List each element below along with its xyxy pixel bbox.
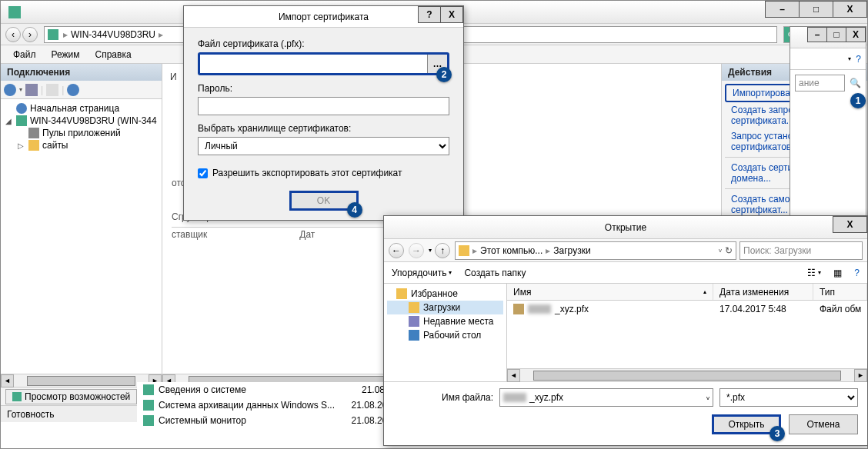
pfx-icon xyxy=(513,304,524,314)
side-search-box[interactable]: ание xyxy=(795,75,845,91)
server-node-icon xyxy=(16,115,27,126)
side-max[interactable]: □ xyxy=(826,27,846,42)
tree-app-pools[interactable]: Пулы приложений xyxy=(4,127,159,139)
password-input[interactable] xyxy=(198,97,449,115)
allow-export-checkbox[interactable] xyxy=(198,168,208,178)
menu-mode[interactable]: Режим xyxy=(44,48,88,62)
list-item[interactable]: Системный монитор21.08.201 xyxy=(137,413,399,428)
globe-icon xyxy=(16,103,27,114)
menu-file[interactable]: Файл xyxy=(5,48,44,62)
folder-icon xyxy=(409,302,419,313)
side-help-icon[interactable]: ? xyxy=(856,54,861,65)
address-text: WIN-344VU98D3RU xyxy=(71,29,155,40)
file-open-dialog: Открытие X ← → ▾ ↑ ▸ Этот компью... ▸ За… xyxy=(383,215,868,446)
filelist-scrollbar[interactable]: ◄► xyxy=(507,368,867,381)
import-dialog-title: Импорт сертификата ? X xyxy=(184,6,463,28)
center-letter: И xyxy=(170,72,177,82)
perfmon-icon xyxy=(143,415,154,426)
filter-select[interactable]: *.pfx xyxy=(719,388,858,407)
col-date[interactable]: Дат xyxy=(299,229,315,240)
ok-button[interactable]: OK 4 xyxy=(289,191,359,211)
nav-desktop[interactable]: Рабочий стол xyxy=(387,328,503,342)
tree-server[interactable]: ◢WIN-344VU98D3RU (WIN-344 xyxy=(4,115,159,127)
star-icon xyxy=(396,288,407,299)
nav-favorites[interactable]: Избранное xyxy=(387,287,503,301)
tab-features[interactable]: Просмотр возможностей xyxy=(5,389,137,404)
new-folder-button[interactable]: Создать папку xyxy=(464,268,526,278)
open-close-button[interactable]: X xyxy=(833,216,867,233)
blurred-prefix xyxy=(528,304,551,314)
import-help-button[interactable]: ? xyxy=(418,6,441,23)
desktop-icon xyxy=(409,330,419,341)
tree-sites[interactable]: ▷сайты xyxy=(4,139,159,151)
connect-icon[interactable] xyxy=(4,84,16,96)
side-close[interactable]: X xyxy=(846,27,866,42)
list-item[interactable]: Система архивации данных Windows S...21.… xyxy=(137,397,399,413)
open-search-box[interactable]: Поиск: Загрузки xyxy=(739,241,863,260)
connections-tree: Начальная страница ◢WIN-344VU98D3RU (WIN… xyxy=(1,99,162,374)
pool-icon xyxy=(28,128,39,138)
side-min[interactable]: – xyxy=(807,27,827,42)
organize-button[interactable]: Упорядочить ▾ xyxy=(392,268,452,278)
allow-export-label: Разрешить экспортировать этот сертификат xyxy=(212,168,402,178)
view-button[interactable]: ☷ ▾ xyxy=(807,268,821,278)
col-type-header[interactable]: Тип xyxy=(813,284,867,300)
list-item[interactable]: Сведения о системе21.08.2 xyxy=(137,382,399,397)
file-row[interactable]: _xyz.pfx 17.04.2017 5:48 Файл обм xyxy=(507,301,867,318)
up-icon[interactable] xyxy=(46,84,58,96)
badge-2: 2 xyxy=(436,67,452,82)
open-back-button[interactable]: ← xyxy=(389,243,404,258)
folder-tree: Избранное Загрузки Недавние места Рабочи… xyxy=(384,284,507,381)
cert-file-label: Файл сертификата (.pfx): xyxy=(198,38,449,49)
folder-icon xyxy=(459,245,469,256)
cert-file-group: … 2 xyxy=(198,52,449,75)
features-icon xyxy=(12,392,22,401)
nav-downloads[interactable]: Загрузки xyxy=(387,301,503,314)
nav-forward-button[interactable]: › xyxy=(22,27,38,42)
minimize-button[interactable]: – xyxy=(765,1,800,18)
settings-icon[interactable] xyxy=(67,84,79,96)
breadcrumb[interactable]: ▸ Этот компью... ▸ Загрузки v ↻ xyxy=(455,241,736,260)
open-address-bar: ← → ▾ ↑ ▸ Этот компью... ▸ Загрузки v ↻ … xyxy=(384,239,867,262)
background-list: Сведения о системе21.08.2 Система архива… xyxy=(137,382,399,428)
cert-file-input[interactable] xyxy=(200,55,427,73)
backup-icon xyxy=(143,400,154,411)
search-icon[interactable]: 🔍 xyxy=(850,78,861,88)
cancel-button[interactable]: Отмена xyxy=(789,414,858,434)
badge-4: 4 xyxy=(347,202,362,218)
preview-button[interactable]: ▦ xyxy=(833,268,842,278)
help-icon[interactable]: ? xyxy=(854,268,860,278)
nav-recent[interactable]: Недавние места xyxy=(387,314,503,328)
nav-back-button[interactable]: ‹ xyxy=(5,27,21,42)
save-icon[interactable] xyxy=(25,84,38,96)
col-supplier[interactable]: ставщик xyxy=(172,229,207,240)
open-toolbar: Упорядочить ▾ Создать папку ☷ ▾ ▦ ? xyxy=(384,262,867,284)
connections-panel: Подключения ▾ | | Начальная страница ◢WI… xyxy=(1,64,162,387)
badge-1: 1 xyxy=(850,93,866,108)
store-select[interactable]: Личный xyxy=(198,137,449,155)
filename-input[interactable]: _xyz.pfx v xyxy=(499,388,713,407)
open-button[interactable]: Открыть 3 xyxy=(712,414,781,434)
open-dialog-title: Открытие X xyxy=(384,216,867,239)
filename-label: Имя файла: xyxy=(393,392,493,403)
import-close-button[interactable]: X xyxy=(440,6,463,23)
blurred-prefix xyxy=(503,393,526,402)
store-label: Выбрать хранилище сертификатов: xyxy=(198,123,449,134)
import-certificate-dialog: Импорт сертификата ? X Файл сертификата … xyxy=(183,5,464,221)
status-text: Готовность xyxy=(7,409,55,420)
folder-icon xyxy=(28,140,39,151)
crumb-dropdown[interactable]: v xyxy=(719,247,722,254)
crumb-refresh[interactable]: ↻ xyxy=(725,245,733,256)
open-forward-button[interactable]: → xyxy=(409,243,424,258)
tree-startpage[interactable]: Начальная страница xyxy=(4,102,159,115)
connections-toolbar: ▾ | | xyxy=(1,81,162,99)
maximize-button[interactable]: □ xyxy=(799,1,833,18)
file-list: Имя▴ Дата изменения Тип _xyz.pfx 17.04.2… xyxy=(507,284,867,381)
col-date-header[interactable]: Дата изменения xyxy=(713,284,813,300)
col-name-header[interactable]: Имя▴ xyxy=(507,284,713,300)
connections-header: Подключения xyxy=(1,64,162,81)
close-button[interactable]: X xyxy=(833,1,867,18)
open-up-button[interactable]: ↑ xyxy=(435,243,450,258)
menu-help[interactable]: Справка xyxy=(88,48,139,62)
password-label: Пароль: xyxy=(198,83,449,94)
